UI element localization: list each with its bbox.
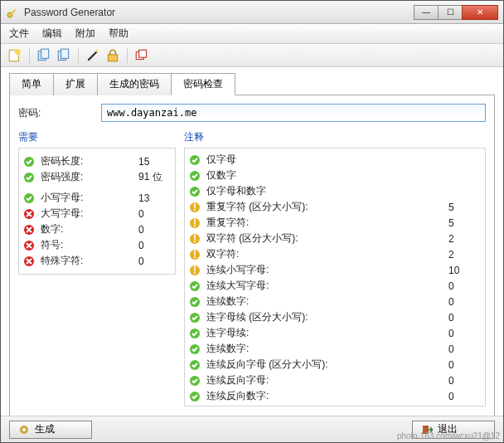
toolbar-copy2-icon[interactable] [56,48,71,63]
tab-extended[interactable]: 扩展 [53,73,98,95]
list-item: 特殊字符:0 [22,253,172,269]
item-label: 数字: [41,222,138,236]
ok-status-icon [22,155,36,168]
svg-rect-10 [108,54,117,61]
item-label: 连续键盘字母 (区分大小写): [206,405,448,406]
menu-file[interactable]: 文件 [9,27,29,41]
item-label: 仅字母和数字 [206,184,448,198]
item-value: 15 [138,156,172,168]
svg-text:!: ! [193,202,196,213]
bad-status-icon [22,255,36,268]
item-value: 2 [448,249,482,260]
bad-status-icon [22,207,36,221]
item-value: 0 [448,312,482,324]
tab-body-check: 密码: 需要 密码长度:15密码强度:91 位小写字母:13大写字母:0数字:0… [9,95,495,417]
item-label: 双字符: [206,247,448,261]
ok-status-icon [188,280,201,293]
svg-point-45 [22,428,26,431]
toolbar-separator [78,48,79,63]
list-item: 仅字母和数字 [188,183,482,199]
tab-strip: 简单 扩展 生成的密码 密码检查 [9,72,495,95]
content-area: 简单 扩展 生成的密码 密码检查 密码: 需要 密码长度:15密码强度:91 位… [1,67,503,416]
list-item: 连续大写字母:0 [188,278,482,294]
list-item: 小写字母:13 [22,190,172,206]
item-value: 0 [448,375,482,387]
ok-status-icon [188,358,201,372]
item-label: 连续反向字母 (区分大小写): [206,358,448,372]
svg-text:!: ! [193,233,196,245]
menu-bar: 文件 编辑 附加 帮助 [1,24,503,44]
list-item: 连续反向数字:0 [188,388,482,404]
toolbar-copy-icon[interactable] [36,48,51,63]
item-label: 仅字母 [206,153,448,167]
list-item: 连续反向字母:0 [188,372,482,388]
svg-text:!: ! [193,249,196,260]
item-value: 2 [448,233,482,245]
generate-button[interactable]: 生成 [9,421,92,439]
menu-help[interactable]: 帮助 [109,27,128,41]
item-label: 小写字母: [41,191,138,205]
item-label: 大写字母: [41,207,138,221]
svg-marker-9 [95,49,98,51]
list-item: 密码长度:15 [22,153,172,169]
warn-status-icon: ! [188,264,201,277]
toolbar-new-icon[interactable] [7,48,22,63]
ok-status-icon [188,311,201,324]
svg-rect-12 [139,50,147,57]
app-key-icon [6,6,19,19]
toolbar [1,44,503,67]
ok-status-icon [188,343,201,356]
list-item: 仅数字 [188,168,482,183]
item-value: 0 [138,256,172,267]
item-label: 连续小写字母: [206,263,448,277]
list-item: 数字:0 [22,222,172,237]
ok-status-icon [22,192,36,205]
ok-status-icon [188,295,201,309]
menu-edit[interactable]: 编辑 [42,27,62,41]
tab-simple[interactable]: 简单 [9,73,54,95]
list-item: 连续反向字母 (区分大小写):0 [188,357,482,372]
menu-extra[interactable]: 附加 [75,27,95,41]
password-label: 密码: [18,106,101,120]
list-item: !连续小写字母:10 [188,262,482,278]
item-value: 0 [448,391,482,402]
svg-rect-5 [41,49,49,58]
item-value: 5 [448,217,482,229]
ok-status-icon [188,374,201,387]
item-label: 连续反向数字: [206,389,448,403]
toolbar-lock-icon[interactable] [105,48,120,63]
svg-rect-7 [61,49,69,58]
item-label: 重复字符: [206,216,448,230]
item-value: 10 [448,265,482,276]
list-item: !双字符 (区分大小写):2 [188,231,482,246]
gear-icon [18,424,30,436]
maximize-button[interactable]: ☐ [438,5,463,20]
warn-status-icon: ! [188,201,201,214]
item-label: 连续大写字母: [206,279,448,293]
svg-rect-1 [11,8,16,13]
list-item: !重复字符 (区分大小写):5 [188,199,482,215]
password-row: 密码: [18,104,486,122]
toolbar-wand-icon[interactable] [85,48,100,63]
item-label: 特殊字符: [41,254,138,268]
notes-scrollarea[interactable]: 仅字母仅数字仅字母和数字!重复字符 (区分大小写):5!重复字符:5!双字符 (… [185,148,485,406]
ok-status-icon [188,406,201,406]
title-bar[interactable]: Password Generator — ☐ ✕ [1,1,503,24]
svg-point-3 [15,49,21,55]
toolbar-duplicate-icon[interactable] [134,48,149,63]
toolbar-separator [29,48,30,63]
tab-check[interactable]: 密码检查 [171,73,235,95]
list-item: 连字母续:0 [188,325,482,341]
item-label: 重复字符 (区分大小写): [206,200,448,214]
item-label: 连续反向字母: [206,373,448,387]
generate-button-label: 生成 [35,422,55,436]
list-item: 密码强度:91 位 [22,169,172,185]
item-label: 连字母续: [206,326,448,340]
tab-generated[interactable]: 生成的密码 [97,73,172,95]
password-input[interactable] [101,104,486,122]
toolbar-separator [127,48,128,63]
close-button[interactable]: ✕ [462,5,498,20]
list-item: 连字母续 (区分大小写):0 [188,309,482,325]
item-value: 0 [448,280,482,292]
minimize-button[interactable]: — [414,5,439,20]
